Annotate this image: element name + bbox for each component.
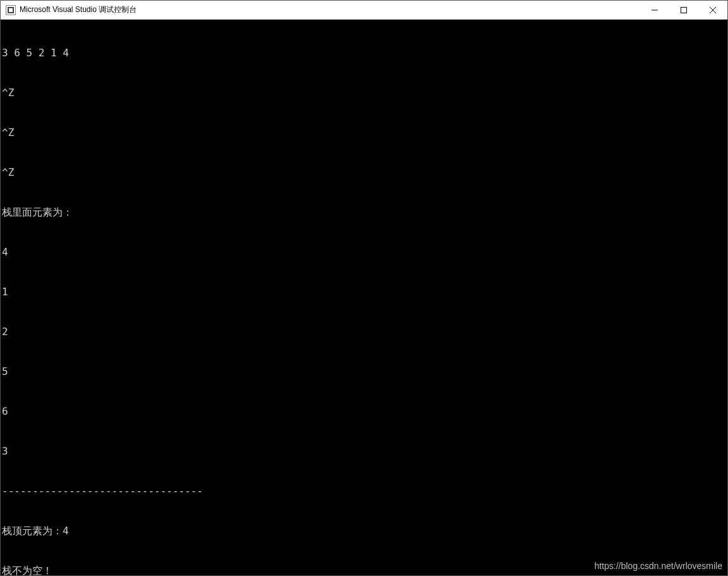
titlebar[interactable]: Microsoft Visual Studio 调试控制台 [1, 1, 727, 20]
console-line: 2 [2, 325, 727, 338]
console-line: 4 [2, 245, 727, 259]
console-line: ^Z [2, 126, 727, 139]
watermark-text: https://blog.csdn.net/wrlovesmile [595, 560, 722, 573]
app-icon [6, 5, 16, 15]
console-line: --------------------------------- [2, 484, 727, 498]
console-output[interactable]: 3 6 5 2 1 4 ^Z ^Z ^Z 栈里面元素为： 4 1 2 5 6 3… [1, 20, 727, 575]
app-window: Microsoft Visual Studio 调试控制台 3 6 5 2 1 … [0, 0, 728, 576]
console-line: ^Z [2, 166, 727, 179]
maximize-button[interactable] [669, 1, 698, 20]
console-line: 6 [2, 405, 727, 418]
console-line: 1 [2, 285, 727, 298]
window-title: Microsoft Visual Studio 调试控制台 [20, 4, 137, 15]
minimize-button[interactable] [640, 1, 669, 20]
svg-rect-3 [681, 7, 687, 13]
console-line: 栈里面元素为： [2, 205, 727, 219]
console-line: 3 6 5 2 1 4 [2, 46, 727, 59]
svg-rect-1 [9, 8, 13, 12]
console-line: 5 [2, 365, 727, 378]
console-line: 栈顶元素为：4 [2, 524, 727, 537]
console-line: 3 [2, 444, 727, 458]
console-line: ^Z [2, 86, 727, 99]
close-button[interactable] [698, 1, 727, 20]
